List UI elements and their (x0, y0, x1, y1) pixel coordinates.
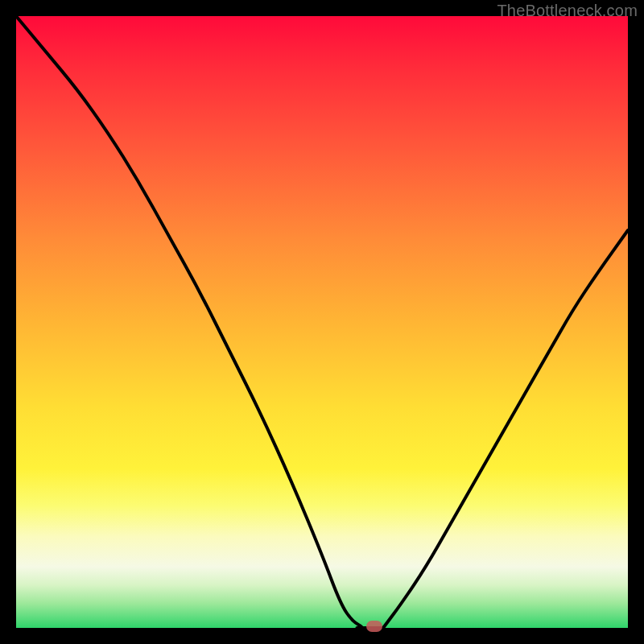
bottleneck-curve (16, 16, 628, 628)
chart-frame: TheBottleneck.com (0, 0, 644, 644)
curve-path (16, 16, 628, 628)
watermark-text: TheBottleneck.com (497, 2, 638, 20)
optimal-point-marker (366, 621, 382, 632)
